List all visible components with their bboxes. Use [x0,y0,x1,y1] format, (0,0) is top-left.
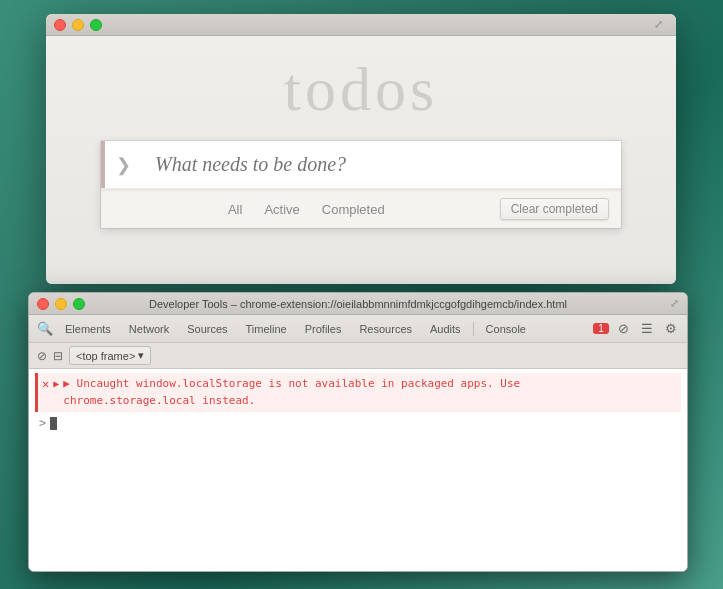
close-button[interactable] [54,19,66,31]
clear-completed-button[interactable]: Clear completed [500,198,609,220]
frame-selector-label: <top frame> [76,350,135,362]
block-icon[interactable]: ⊘ [37,349,47,363]
tab-divider [473,322,474,336]
expand-error-icon[interactable]: ▶ [53,378,59,389]
error-count-badge: 1 [593,323,609,334]
devtools-titlebar: Developer Tools – chrome-extension://oie… [29,293,687,315]
expand-icon[interactable]: ⤢ [654,18,668,32]
devtools-console: ✕ ▶ ▶ Uncaught window.localStorage is no… [29,369,687,571]
error-icon: ✕ [42,377,49,391]
tab-completed[interactable]: Completed [313,199,394,220]
devtools-close-button[interactable] [37,298,49,310]
frame-selector[interactable]: <top frame> ▾ [69,346,151,365]
search-icon[interactable]: 🔍 [35,319,55,339]
console-prompt: > [39,416,46,430]
input-area: ❯ [101,141,621,189]
console-cursor-row: > [35,414,681,432]
devtools-traffic-lights [37,298,85,310]
tab-active[interactable]: Active [255,199,308,220]
filter-funnel-icon[interactable]: ⊟ [53,349,63,363]
tab-elements[interactable]: Elements [57,320,119,338]
devtools-window: Developer Tools – chrome-extension://oie… [28,292,688,572]
console-cursor [50,417,57,430]
devtools-toolbar-right: 1 ⊘ ☰ ⚙ [593,319,681,339]
maximize-button[interactable] [90,19,102,31]
tab-sources[interactable]: Sources [179,320,235,338]
chevron-down-icon[interactable]: ❯ [101,142,145,188]
tab-console[interactable]: Console [478,320,534,338]
browser-titlebar: ⤢ [46,14,676,36]
error-line-1: ▶ Uncaught window.localStorage is not av… [63,376,520,393]
todo-footer: All Active Completed Clear completed [101,189,621,228]
devtools-title: Developer Tools – chrome-extension://oie… [149,298,567,310]
devtools-toolbar: 🔍 Elements Network Sources Timeline Prof… [29,315,687,343]
chevron-down-icon: ▾ [138,349,144,362]
tab-network[interactable]: Network [121,320,177,338]
tab-resources[interactable]: Resources [351,320,420,338]
browser-window: ⤢ todos ❯ All Active Completed Clear com… [46,14,676,284]
todo-input[interactable] [145,141,621,188]
settings-icon[interactable]: ⚙ [661,319,681,339]
app-title: todos [284,54,438,125]
filter-icon[interactable]: ⊘ [613,319,633,339]
tab-timeline[interactable]: Timeline [238,320,295,338]
devtools-minimize-button[interactable] [55,298,67,310]
todo-container: ❯ All Active Completed Clear completed [101,141,621,228]
tab-profiles[interactable]: Profiles [297,320,350,338]
tab-audits[interactable]: Audits [422,320,469,338]
stack-icon[interactable]: ☰ [637,319,657,339]
minimize-button[interactable] [72,19,84,31]
tab-all[interactable]: All [219,199,251,220]
devtools-expand-icon[interactable]: ⤢ [670,297,679,310]
browser-content: todos ❯ All Active Completed Clear compl… [46,36,676,284]
devtools-maximize-button[interactable] [73,298,85,310]
filter-tabs: All Active Completed [113,199,500,220]
console-error-row: ✕ ▶ ▶ Uncaught window.localStorage is no… [35,373,681,412]
error-line-2: chrome.storage.local instead. [63,393,520,410]
devtools-subbar: ⊘ ⊟ <top frame> ▾ [29,343,687,369]
traffic-lights [54,19,102,31]
console-error-message: ▶ Uncaught window.localStorage is not av… [63,376,520,409]
